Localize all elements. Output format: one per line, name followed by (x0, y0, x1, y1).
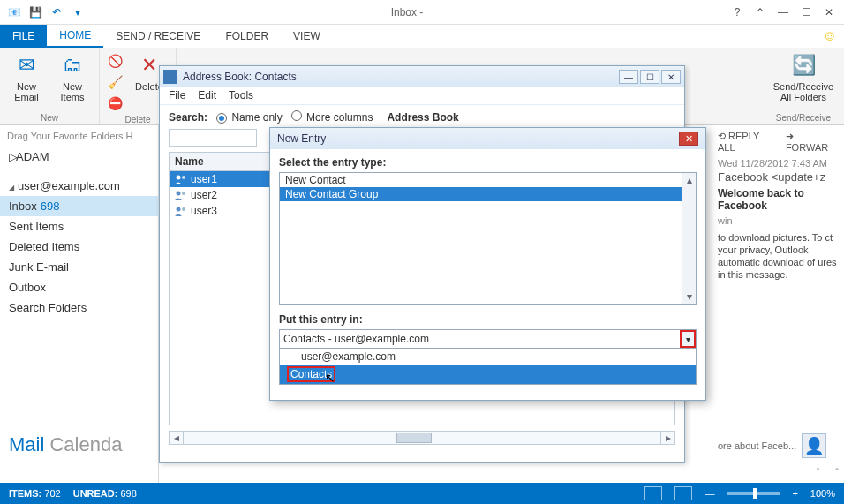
reading-pane: ⟲ REPLY ALL ➜ FORWAR Wed 11/28/2012 7:43… (712, 125, 844, 483)
cleanup-button[interactable]: 🧹 (105, 72, 124, 92)
status-bar: ITEMS: 702 UNREAD: 698 — + 100% (0, 483, 844, 504)
nav-folder-search-folders[interactable]: Search Folders (0, 297, 158, 318)
address-book-menu: File Edit Tools (160, 87, 684, 105)
junk-button[interactable]: ⛔ (105, 94, 124, 113)
ab-menu-edit[interactable]: Edit (198, 89, 216, 102)
entry-type-label: Select the entry type: (279, 156, 697, 169)
close-button[interactable]: ✕ (818, 4, 840, 21)
reply-all-button[interactable]: ⟲ REPLY ALL (718, 131, 779, 153)
new-entry-titlebar[interactable]: New Entry ✕ (270, 128, 705, 149)
message-body: to download pictures. To ct your privacy… (718, 231, 839, 281)
view-reading-button[interactable] (674, 486, 692, 500)
ribbon-group-sendreceive: Send/Receive (776, 113, 831, 123)
new-entry-close-button[interactable]: ✕ (679, 132, 698, 146)
forward-button[interactable]: ➜ FORWAR (786, 131, 839, 153)
ab-scroll-thumb[interactable] (396, 433, 432, 443)
svg-point-1 (182, 176, 185, 179)
put-entry-option[interactable]: user@example.com (280, 349, 696, 365)
ab-search-input[interactable] (169, 129, 257, 147)
ab-scroll-left-icon[interactable]: ◂ (170, 432, 184, 444)
help-icon[interactable]: ? (726, 4, 749, 21)
message-subject: Welcome back to Facebook (718, 187, 839, 212)
nav-folder-sent-items[interactable]: Sent Items (0, 216, 158, 237)
ribbon-group-new: New (41, 113, 58, 123)
ignore-button[interactable]: 🚫 (105, 51, 124, 71)
entry-type-option[interactable]: New Contact Group (280, 187, 696, 201)
people-pane-text: ore about Faceb... (718, 440, 796, 451)
tab-file[interactable]: FILE (0, 25, 47, 48)
entry-type-option[interactable]: New Contact (280, 173, 696, 187)
address-book-title: Address Book: Contacts (183, 71, 297, 83)
window-title: Inbox - (88, 6, 726, 19)
nav-folder-deleted-items[interactable]: Deleted Items (0, 237, 158, 257)
tab-home[interactable]: HOME (47, 25, 103, 48)
svg-point-5 (182, 207, 185, 211)
zoom-slider[interactable] (727, 492, 780, 495)
ab-menu-file[interactable]: File (169, 89, 185, 102)
new-entry-title: New Entry (277, 132, 326, 145)
svg-point-2 (177, 192, 181, 196)
qat-more-icon[interactable]: ▾ (70, 4, 86, 20)
qat-save-icon[interactable]: 💾 (27, 4, 43, 20)
put-entry-option[interactable]: Contacts ↖ (280, 365, 696, 384)
maximize-button[interactable]: ☐ (795, 4, 818, 21)
window-titlebar: 📧 💾 ↶ ▾ Inbox - ? ⌃ — ☐ ✕ (0, 0, 844, 25)
put-entry-dropdown-button[interactable]: ▾ (680, 330, 696, 348)
module-calendar[interactable]: Calenda (49, 433, 122, 455)
address-book-icon (163, 70, 177, 84)
nav-adam[interactable]: ▷ADAM (0, 147, 158, 167)
qat-undo-icon[interactable]: ↶ (49, 4, 64, 20)
new-items-icon: 🗂 (58, 51, 87, 79)
ribbon-group-delete: Delete (125, 115, 151, 124)
new-items-button[interactable]: 🗂 New Items (51, 51, 94, 102)
ab-maximize-button[interactable]: ☐ (640, 70, 659, 84)
people-pane-collapse-icon[interactable]: ˇ (817, 467, 820, 478)
nav-folder-junk-e-mail[interactable]: Junk E-mail (0, 257, 158, 277)
svg-point-4 (177, 207, 181, 212)
svg-point-3 (182, 192, 185, 195)
address-book-titlebar[interactable]: Address Book: Contacts — ☐ ✕ (160, 66, 684, 87)
entry-type-scrollbar[interactable]: ▴▾ (682, 173, 696, 304)
new-email-icon: ✉ (12, 51, 41, 79)
message-to: win (718, 215, 839, 226)
ribbon-tabs: FILE HOME SEND / RECEIVE FOLDER VIEW ☺ (0, 25, 844, 48)
module-switcher: Mail Calenda (0, 426, 158, 483)
status-items: ITEMS: 702 (9, 488, 61, 499)
ab-minimize-button[interactable]: — (619, 70, 638, 84)
ribbon-toggle-icon[interactable]: ⌃ (749, 4, 772, 21)
nav-folder-outbox[interactable]: Outbox (0, 277, 158, 297)
tab-folder[interactable]: FOLDER (213, 25, 281, 48)
nav-folder-inbox[interactable]: Inbox698 (0, 196, 158, 216)
send-receive-all-button[interactable]: 🔄 Send/Receive All Folders (768, 51, 839, 102)
module-mail[interactable]: Mail (9, 433, 44, 455)
ab-radio-name-only[interactable]: Name only (216, 111, 283, 124)
message-from: Facebook <update+z (718, 170, 839, 184)
ab-radio-more-columns[interactable]: More columns (291, 110, 373, 124)
send-receive-icon: 🔄 (789, 51, 818, 79)
minimize-button[interactable]: — (772, 4, 795, 21)
send-receive-label: Send/Receive All Folders (768, 81, 839, 102)
address-book-search-row: Search: Name only More columns Address B… (160, 105, 684, 129)
view-normal-button[interactable] (644, 486, 662, 500)
svg-point-0 (177, 176, 181, 180)
folder-nav: Drag Your Favorite Folders H ▷ADAM user@… (0, 125, 159, 483)
new-email-button[interactable]: ✉ New Email (5, 51, 48, 102)
put-entry-dropdown[interactable]: Contacts - user@example.com ▾ (279, 329, 697, 349)
feedback-icon[interactable]: ☺ (823, 28, 837, 44)
new-entry-dialog: New Entry ✕ Select the entry type: New C… (269, 127, 706, 401)
ab-scroll-right-icon[interactable]: ▸ (660, 432, 674, 444)
ab-horizontal-scrollbar[interactable]: ◂ ▸ (169, 431, 675, 445)
zoom-in-button[interactable]: + (792, 488, 797, 499)
status-unread: UNREAD: 698 (73, 488, 137, 499)
ab-menu-tools[interactable]: Tools (229, 89, 253, 102)
put-entry-dropdown-list: user@example.com Contacts ↖ (279, 349, 697, 385)
nav-account[interactable]: user@example.com (0, 176, 158, 196)
tab-view[interactable]: VIEW (281, 25, 333, 48)
people-pane-expand-icon[interactable]: ˆ (835, 467, 839, 478)
entry-type-list[interactable]: New Contact New Contact Group ▴▾ (279, 172, 697, 305)
message-date: Wed 11/28/2012 7:43 AM (718, 158, 839, 169)
new-items-label: New Items (51, 81, 94, 102)
zoom-out-button[interactable]: — (705, 488, 714, 499)
ab-close-button[interactable]: ✕ (661, 70, 681, 84)
tab-send-receive[interactable]: SEND / RECEIVE (103, 25, 213, 48)
